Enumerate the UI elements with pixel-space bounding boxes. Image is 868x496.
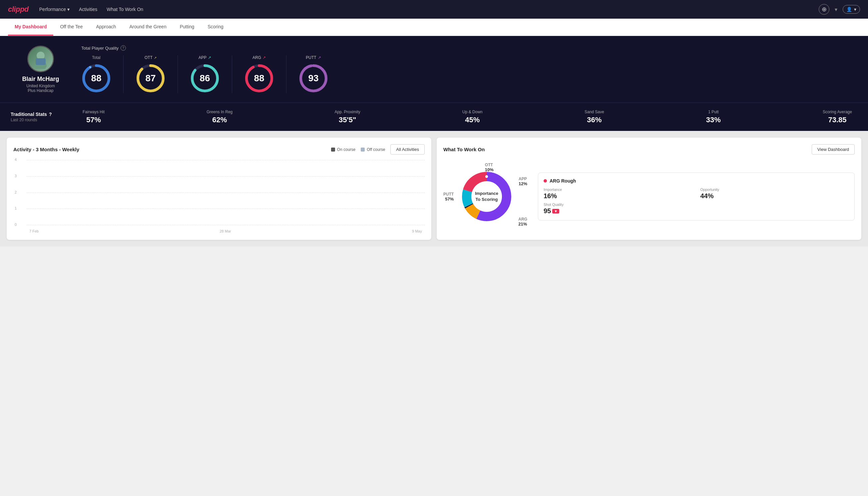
player-country: United Kingdom [26,83,54,88]
all-activities-button[interactable]: All Activities [390,144,425,155]
score-ott: OTT ↗ 87 [124,55,178,93]
bars-container [27,160,425,225]
stat-greens-in-reg: Greens In Reg 62% [201,110,238,124]
app-label: APP [519,176,527,181]
stat-scoring-average: Scoring Average 73.85 [817,110,857,124]
app-pct: 12% [519,181,527,186]
svg-text:Importance: Importance [475,191,498,196]
activity-chart-panel: Activity - 3 Months - Weekly On course O… [7,138,431,240]
score-ott-value: 87 [145,73,156,83]
donut-chart-wrap: PUTT 57% OTT 10% APP 12% ARG 21% [443,160,530,233]
help-icon[interactable]: ? [121,45,126,51]
nav-activities[interactable]: Activities [79,7,97,12]
score-total: Total 88 [81,55,124,93]
info-card: ARG Rough Importance 16% Opportunity 44% [538,173,855,220]
player-name: Blair McHarg [22,76,59,83]
player-handicap: Plus Handicap [28,88,53,93]
wtwon-title: What To Work On [443,146,485,152]
chart-title: Activity - 3 Months - Weekly [13,146,79,152]
score-putt: PUTT ↗ 93 [286,55,341,93]
player-info: Blair McHarg United Kingdom Plus Handica… [11,46,70,93]
stat-fairways-hit: Fairways Hit 57% [77,110,110,124]
arg-rough-dot [543,179,547,183]
donut-area: PUTT 57% OTT 10% APP 12% ARG 21% [443,160,855,233]
stat-up-and-down: Up & Down 45% [457,110,488,124]
score-putt-value: 93 [308,73,318,83]
logo[interactable]: clippd [8,5,29,14]
score-total-value: 88 [91,73,101,83]
nav-links: Performance ▾ Activities What To Work On [39,7,808,12]
add-button[interactable]: ⊕ [819,4,830,15]
trad-stats-label: Traditional Stats [11,112,47,117]
chevron-down-icon: ▾ [835,6,837,13]
score-app: APP ↗ 86 [178,55,232,93]
top-nav: clippd Performance ▾ Activities What To … [0,0,868,19]
arrow-icon: ↗ [318,55,321,60]
off-course-dot [361,148,365,152]
help-icon[interactable]: ? [49,112,52,117]
score-arg-value: 88 [254,73,264,83]
info-card-title-text: ARG Rough [550,178,576,184]
chart-legend: On course Off course All Activities [331,144,425,155]
tab-around-the-green[interactable]: Around the Green [123,19,173,36]
tab-approach[interactable]: Approach [89,19,123,36]
user-icon: 👤 [846,7,852,12]
tab-my-dashboard[interactable]: My Dashboard [8,19,53,36]
legend-off-course: Off course [361,147,385,152]
svg-text:To Scoring: To Scoring [476,197,498,202]
putt-pct: 57% [443,197,454,202]
stat-items: Fairways Hit 57% Greens In Reg 62% App. … [77,110,857,124]
svg-point-21 [485,175,488,178]
chevron-down-icon: ▾ [67,7,69,12]
chevron-down-icon: ▾ [854,7,856,12]
donut-svg: Importance To Scoring [457,167,517,227]
x-labels: 7 Feb 28 Mar 9 May [27,229,425,233]
trad-stats-sublabel: Last 20 rounds [11,118,77,122]
stat-1-putt: 1 Putt 33% [701,110,726,124]
tab-off-the-tee[interactable]: Off the Tee [53,19,89,36]
traditional-stats-section: Traditional Stats ? Last 20 rounds Fairw… [0,103,868,131]
nav-what-to-work-on[interactable]: What To Work On [107,7,143,12]
score-app-value: 86 [200,73,210,83]
what-to-work-on-panel: What To Work On View Dashboard PUTT 57% … [437,138,861,240]
score-circles: Total 88 OTT ↗ [81,55,857,93]
arrow-icon: ↗ [208,55,211,60]
stat-sand-save: Sand Save 36% [579,110,610,124]
nav-performance[interactable]: Performance ▾ [39,7,69,12]
tab-putting[interactable]: Putting [173,19,201,36]
tpq-label: Total Player Quality ? [81,45,857,51]
svg-rect-2 [36,58,46,65]
arg-pct: 21% [518,221,527,227]
stat-app-proximity: App. Proximity 35'5" [329,110,365,124]
hero-section: Blair McHarg United Kingdom Plus Handica… [0,36,868,103]
nav-right: ⊕ ▾ 👤 ▾ [819,4,860,15]
legend-on-course: On course [331,147,356,152]
avatar [27,46,54,72]
metric-importance: Importance 16% [543,188,693,200]
putt-label: PUTT [443,192,454,197]
plus-icon: ⊕ [822,6,827,13]
arrow-down-badge: ▼ [552,209,559,214]
metric-shot-quality: Shot Quality 95 ▼ [543,203,849,215]
chart-area: 4 3 2 1 0 7 Feb 28 Mar 9 May [13,160,425,233]
on-course-dot [331,148,335,152]
scores-area: Total Player Quality ? Total 88 [81,45,857,93]
arrow-icon: ↗ [263,55,266,60]
tab-scoring[interactable]: Scoring [201,19,230,36]
arrow-icon: ↗ [154,56,157,60]
score-arg: ARG ↗ 88 [232,55,286,93]
bottom-panels: Activity - 3 Months - Weekly On course O… [0,131,868,247]
arg-label: ARG [518,217,527,221]
metric-opportunity: Opportunity 44% [700,188,849,200]
view-dashboard-button[interactable]: View Dashboard [812,144,855,155]
tab-bar: My Dashboard Off the Tee Approach Around… [0,19,868,36]
user-menu-button[interactable]: 👤 ▾ [843,5,860,14]
